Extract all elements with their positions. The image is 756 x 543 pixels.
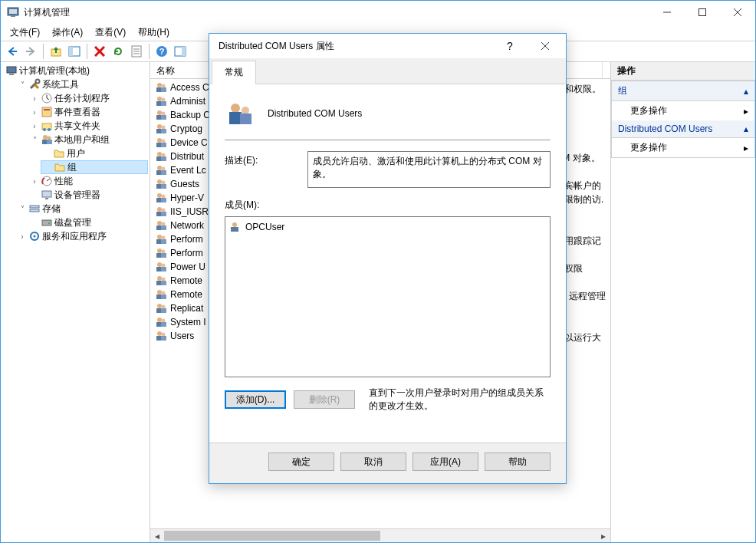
add-button[interactable]: 添加(D)... — [225, 390, 286, 409]
tree-performance[interactable]: ›性能 — [28, 174, 148, 188]
svg-rect-75 — [161, 170, 166, 175]
cancel-button[interactable]: 取消 — [340, 452, 406, 471]
menu-file[interactable]: 文件(F) — [4, 25, 46, 41]
tree-storage[interactable]: ˅存储 — [16, 202, 148, 216]
tree-system-tools[interactable]: ˅系统工具 — [16, 77, 148, 91]
svg-point-102 — [162, 264, 166, 268]
svg-text:?: ? — [159, 47, 165, 56]
tree-root[interactable]: 计算机管理(本地) — [4, 64, 148, 77]
svg-point-96 — [157, 248, 162, 253]
users-icon — [41, 133, 53, 146]
ok-button[interactable]: 确定 — [268, 452, 334, 471]
dialog-close-button[interactable] — [528, 35, 563, 58]
tree-users[interactable]: 用户 — [41, 146, 148, 160]
member-item[interactable]: OPCUser — [228, 220, 547, 234]
tree-event-viewer[interactable]: ›事件查看器 — [28, 105, 148, 119]
close-button[interactable] — [720, 1, 755, 24]
group-icon — [155, 109, 167, 121]
tree-label: 磁盘管理 — [54, 216, 91, 229]
svg-rect-31 — [44, 109, 50, 110]
svg-point-47 — [34, 235, 36, 238]
nav-back-button[interactable] — [4, 43, 21, 60]
list-item-label: Administ — [170, 96, 205, 107]
list-item-label: Access C — [170, 82, 209, 93]
tree-task-scheduler[interactable]: ›任务计划程序 — [28, 91, 148, 105]
tree-label: 服务和应用程序 — [42, 230, 107, 243]
tree-local-users-groups[interactable]: ˅本地用户和组 — [28, 133, 148, 146]
chevron-right-icon: ▸ — [744, 143, 748, 153]
expander-icon[interactable]: › — [30, 177, 39, 186]
list-item-label: Device C — [170, 137, 208, 148]
svg-point-92 — [157, 235, 162, 239]
description-textarea[interactable] — [307, 151, 551, 188]
list-item-label: Users — [170, 331, 194, 341]
tree-shared-folders[interactable]: ›共享文件夹 — [28, 119, 148, 133]
group-icon — [155, 302, 167, 314]
expander-icon[interactable]: › — [18, 232, 27, 241]
group-icon — [155, 206, 167, 218]
refresh-button[interactable] — [110, 43, 127, 60]
export-list-button[interactable] — [128, 43, 145, 60]
tree-groups[interactable]: 组 — [41, 160, 148, 174]
action-more-2[interactable]: 更多操作▸ — [612, 138, 754, 157]
expander-icon[interactable]: ˅ — [18, 81, 27, 89]
svg-point-86 — [162, 209, 166, 212]
show-hide-tree-button[interactable] — [66, 43, 83, 60]
up-level-button[interactable] — [48, 43, 64, 60]
expander-icon[interactable]: › — [30, 122, 39, 130]
expander-icon[interactable]: › — [30, 108, 39, 117]
list-item-label: Replicat — [170, 303, 203, 314]
svg-point-112 — [157, 304, 162, 308]
list-item-label: Distribut — [170, 151, 204, 162]
maximize-button[interactable] — [685, 1, 720, 24]
svg-point-120 — [157, 331, 162, 336]
svg-rect-41 — [45, 198, 48, 199]
scroll-right-button[interactable]: ▸ — [597, 529, 610, 542]
svg-point-62 — [162, 126, 166, 130]
svg-text:?: ? — [507, 41, 513, 51]
menu-view[interactable]: 查看(V) — [89, 25, 132, 41]
menu-help[interactable]: 帮助(H) — [132, 25, 176, 41]
minimize-button[interactable] — [649, 1, 685, 24]
delete-button[interactable] — [91, 43, 108, 60]
members-list[interactable]: OPCUser — [225, 216, 551, 377]
svg-rect-67 — [161, 143, 166, 147]
scroll-track[interactable] — [164, 529, 597, 542]
svg-rect-79 — [161, 184, 166, 189]
svg-rect-55 — [161, 101, 166, 106]
help-button[interactable]: ? — [153, 43, 170, 60]
dialog-help-button[interactable]: ? — [492, 35, 528, 58]
tree-device-manager[interactable]: 设备管理器 — [28, 188, 148, 202]
tree-disk-management[interactable]: 磁盘管理 — [28, 216, 148, 229]
svg-point-66 — [162, 140, 166, 143]
dialog-footer: 确定 取消 应用(A) 帮助 — [209, 443, 566, 483]
scroll-left-button[interactable]: ◂ — [150, 529, 164, 542]
expander-icon[interactable]: ˅ — [30, 136, 39, 144]
remove-button[interactable]: 删除(R) — [294, 390, 355, 409]
menu-action[interactable]: 操作(A) — [46, 25, 89, 41]
collapse-icon: ▴ — [744, 86, 748, 97]
svg-rect-2 — [11, 15, 15, 17]
action-section-dcom[interactable]: Distributed COM Users▴ — [612, 120, 754, 138]
scroll-thumb[interactable] — [164, 531, 380, 541]
horizontal-scrollbar[interactable]: ◂ ▸ — [150, 528, 610, 542]
list-item-label: Power U — [170, 262, 205, 272]
tree-services-apps[interactable]: ›服务和应用程序 — [16, 229, 148, 243]
expander-icon[interactable]: ˅ — [18, 205, 27, 213]
dialog-tabs: 常规 — [209, 58, 566, 84]
tree-pane[interactable]: 计算机管理(本地) ˅系统工具 ›任务计划程序 ›事件查看器 ›共享文件夹 ˅本… — [1, 62, 150, 542]
nav-forward-button[interactable] — [22, 43, 39, 60]
svg-point-98 — [162, 250, 166, 254]
svg-line-26 — [35, 84, 38, 88]
group-icon — [155, 81, 167, 94]
action-more-1[interactable]: 更多操作▸ — [612, 101, 754, 120]
help-button[interactable]: 帮助 — [485, 452, 551, 471]
svg-point-78 — [162, 181, 166, 185]
expander-icon[interactable]: › — [30, 94, 39, 103]
apply-button[interactable]: 应用(A) — [413, 452, 478, 471]
action-section-groups[interactable]: 组▴ — [612, 81, 754, 101]
tab-general[interactable]: 常规 — [212, 61, 256, 84]
svg-rect-130 — [240, 114, 251, 124]
dialog-title: Distributed COM Users 属性 — [219, 40, 492, 53]
actions-pane-button[interactable] — [172, 43, 189, 60]
